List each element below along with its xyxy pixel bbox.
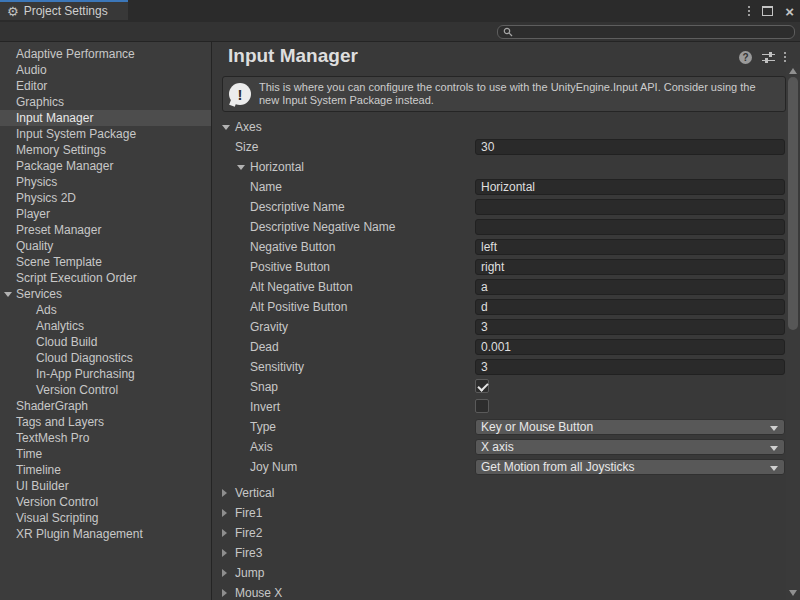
sidebar-item-timeline[interactable]: Timeline	[0, 462, 211, 478]
foldout-collapsed-icon[interactable]	[222, 589, 227, 597]
sidebar-item-textmesh-pro[interactable]: TextMesh Pro	[0, 430, 211, 446]
dropdown-type[interactable]: Key or Mouse Button	[475, 419, 785, 435]
dropdown-joy-num[interactable]: Get Motion from all Joysticks	[475, 459, 785, 475]
sidebar-item-ui-builder[interactable]: UI Builder	[0, 478, 211, 494]
panel-menu-icon[interactable]	[784, 52, 786, 62]
sidebar-item-memory-settings[interactable]: Memory Settings	[0, 142, 211, 158]
sidebar-item-version-control[interactable]: Version Control	[0, 382, 211, 398]
sidebar-item-analytics[interactable]: Analytics	[0, 318, 211, 334]
row-snap: Snap	[212, 377, 786, 397]
sidebar-item-label: Player	[16, 207, 50, 221]
vertical-scrollbar[interactable]	[786, 64, 800, 600]
text-field-alt-positive-button[interactable]: d	[475, 299, 785, 315]
property-label: Alt Positive Button	[250, 300, 347, 314]
sidebar-item-services[interactable]: Services	[0, 286, 211, 302]
text-field-size[interactable]: 30	[475, 139, 785, 155]
text-field-alt-negative-button[interactable]: a	[475, 279, 785, 295]
sidebar-item-physics-2d[interactable]: Physics 2D	[0, 190, 211, 206]
sidebar-item-cloud-diagnostics[interactable]: Cloud Diagnostics	[0, 350, 211, 366]
sidebar-item-package-manager[interactable]: Package Manager	[0, 158, 211, 174]
maximize-icon[interactable]	[762, 6, 773, 16]
search-box[interactable]	[497, 25, 795, 39]
property-label[interactable]: Axes	[235, 120, 262, 134]
help-icon[interactable]: ?	[739, 51, 752, 64]
property-label[interactable]: Horizontal	[250, 160, 304, 174]
search-input[interactable]	[517, 26, 777, 38]
tab-title: Project Settings	[24, 4, 108, 18]
foldout-collapsed-icon[interactable]	[222, 569, 227, 577]
text-field-negative-button[interactable]: left	[475, 239, 785, 255]
dropdown-axis[interactable]: X axis	[475, 439, 785, 455]
sidebar-item-time[interactable]: Time	[0, 446, 211, 462]
foldout-expanded-icon[interactable]	[237, 165, 245, 170]
sidebar-item-ads[interactable]: Ads	[0, 302, 211, 318]
title-bar: ⚙ Project Settings ×	[0, 0, 800, 22]
sidebar-item-label: Scene Template	[16, 255, 102, 269]
foldout-expanded-icon[interactable]	[4, 292, 12, 297]
row-gravity: Gravity3	[212, 317, 786, 337]
sidebar-item-visual-scripting[interactable]: Visual Scripting	[0, 510, 211, 526]
row-descriptive-name: Descriptive Name	[212, 197, 786, 217]
text-field-name[interactable]: Horizontal	[475, 179, 785, 195]
sidebar-item-shadergraph[interactable]: ShaderGraph	[0, 398, 211, 414]
sidebar-item-player[interactable]: Player	[0, 206, 211, 222]
row-descriptive-negative-name: Descriptive Negative Name	[212, 217, 786, 237]
sidebar-item-version-control[interactable]: Version Control	[0, 494, 211, 510]
property-label[interactable]: Jump	[235, 566, 264, 580]
sidebar-item-input-manager[interactable]: Input Manager	[0, 110, 211, 126]
property-label[interactable]: Vertical	[235, 486, 274, 500]
text-field-descriptive-name[interactable]	[475, 199, 785, 215]
text-field-descriptive-negative-name[interactable]	[475, 219, 785, 235]
text-field-gravity[interactable]: 3	[475, 319, 785, 335]
sidebar-item-quality[interactable]: Quality	[0, 238, 211, 254]
foldout-collapsed-icon[interactable]	[222, 489, 227, 497]
sidebar-item-script-execution-order[interactable]: Script Execution Order	[0, 270, 211, 286]
sidebar-item-audio[interactable]: Audio	[0, 62, 211, 78]
scroll-down-icon[interactable]	[789, 590, 797, 596]
property-label[interactable]: Fire1	[235, 506, 262, 520]
tab-project-settings[interactable]: ⚙ Project Settings	[0, 0, 128, 20]
scrollbar-thumb[interactable]	[788, 77, 798, 330]
sidebar-item-editor[interactable]: Editor	[0, 78, 211, 94]
foldout-collapsed-icon[interactable]	[222, 529, 227, 537]
text-field-dead[interactable]: 0.001	[475, 339, 785, 355]
property-label[interactable]: Mouse X	[235, 586, 282, 600]
window-menu-icon[interactable]	[748, 6, 750, 16]
scroll-up-icon[interactable]	[789, 68, 797, 74]
property-label: Positive Button	[250, 260, 330, 274]
sidebar-item-label: Input System Package	[16, 127, 136, 141]
checkbox-snap[interactable]	[475, 379, 489, 393]
property-label: Joy Num	[250, 460, 297, 474]
row-sensitivity: Sensitivity3	[212, 357, 786, 377]
chevron-down-icon	[770, 466, 778, 471]
sidebar-item-scene-template[interactable]: Scene Template	[0, 254, 211, 270]
property-label: Invert	[250, 400, 280, 414]
checkbox-invert[interactable]	[475, 399, 489, 413]
sidebar-item-in-app-purchasing[interactable]: In-App Purchasing	[0, 366, 211, 382]
sidebar-item-adaptive-performance[interactable]: Adaptive Performance	[0, 46, 211, 62]
foldout-collapsed-icon[interactable]	[222, 509, 227, 517]
row-joy-num: Joy NumGet Motion from all Joysticks	[212, 457, 786, 477]
sidebar-item-preset-manager[interactable]: Preset Manager	[0, 222, 211, 238]
text-field-positive-button[interactable]: right	[475, 259, 785, 275]
sidebar-item-xr-plugin-management[interactable]: XR Plugin Management	[0, 526, 211, 542]
sidebar-item-cloud-build[interactable]: Cloud Build	[0, 334, 211, 350]
sidebar-item-label: Physics 2D	[16, 191, 76, 205]
row-alt-negative-button: Alt Negative Buttona	[212, 277, 786, 297]
sidebar-item-input-system-package[interactable]: Input System Package	[0, 126, 211, 142]
sidebar-item-tags-and-layers[interactable]: Tags and Layers	[0, 414, 211, 430]
sidebar-item-label: Adaptive Performance	[16, 47, 135, 61]
project-settings-window: ⚙ Project Settings × Adaptive Performanc…	[0, 0, 800, 600]
close-icon[interactable]: ×	[785, 4, 794, 19]
text-field-sensitivity[interactable]: 3	[475, 359, 785, 375]
foldout-expanded-icon[interactable]	[222, 125, 230, 130]
foldout-collapsed-icon[interactable]	[222, 549, 227, 557]
property-label[interactable]: Fire2	[235, 526, 262, 540]
sidebar-item-physics[interactable]: Physics	[0, 174, 211, 190]
property-label[interactable]: Fire3	[235, 546, 262, 560]
sidebar-item-graphics[interactable]: Graphics	[0, 94, 211, 110]
dropdown-value: Key or Mouse Button	[481, 420, 593, 434]
gear-icon: ⚙	[7, 5, 19, 18]
sidebar-item-label: Editor	[16, 79, 47, 93]
preset-sliders-icon[interactable]	[762, 51, 775, 64]
